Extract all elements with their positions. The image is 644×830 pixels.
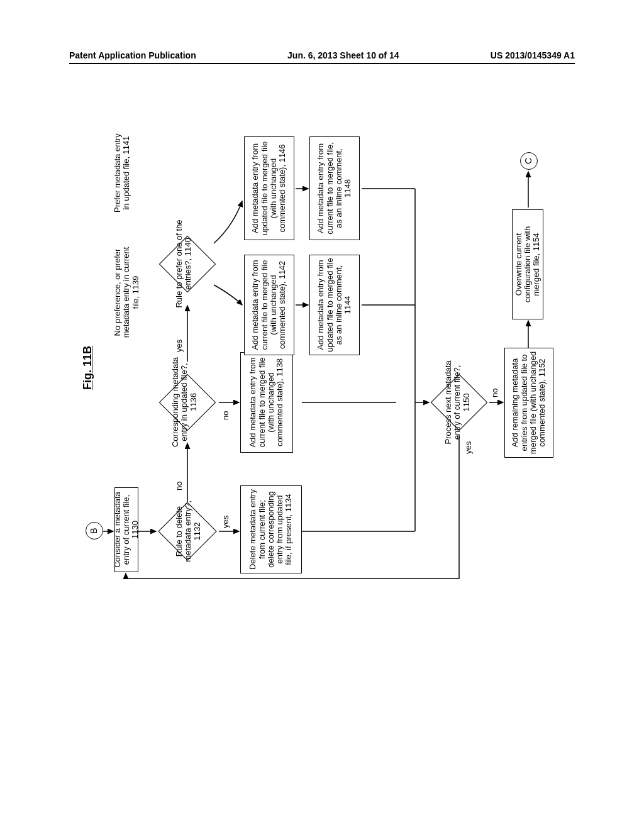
label-no-1150: no <box>491 389 499 397</box>
node-1142: Add metadata entry from current file to … <box>244 255 294 355</box>
page: Patent Application Publication Jun. 6, 2… <box>0 0 644 830</box>
node-1154: Overwrite current configuration file wit… <box>512 209 543 319</box>
node-1144: Add metadata entry from updated file to … <box>309 255 360 355</box>
node-1130: Consider a metadata entry of current fil… <box>114 487 138 572</box>
connector-c: C <box>520 152 538 170</box>
node-1141: Prefer metadata entry in updated file, 1… <box>113 132 131 214</box>
label-yes-1132: yes <box>221 516 230 528</box>
node-1140-shape <box>159 236 216 293</box>
connector-b: B <box>86 522 103 540</box>
node-1136-shape <box>159 374 216 431</box>
diagram-rotated: Fig. 11B B Consider a metadata entry of … <box>82 107 566 591</box>
label-yes-1150: yes <box>464 441 473 454</box>
label-no-1136: no <box>221 411 230 420</box>
header-right: US 2013/0145349 A1 <box>491 50 575 60</box>
diagram-area: Fig. 11B B Consider a metadata entry of … <box>82 107 566 591</box>
node-1148: Add metadata entry from current file to … <box>309 136 360 240</box>
header-left: Patent Application Publication <box>69 50 196 60</box>
label-yes-1136: yes <box>175 340 184 352</box>
page-header: Patent Application Publication Jun. 6, 2… <box>69 50 575 64</box>
node-1150-shape <box>431 374 488 431</box>
header-center: Jun. 6, 2013 Sheet 10 of 14 <box>287 50 399 60</box>
node-1138: Add metadata entry from current file to … <box>240 352 293 453</box>
label-no-1132: no <box>175 482 184 490</box>
node-1146: Add metadata entry from updated file to … <box>244 136 294 240</box>
node-1134: Delete metadata entry from current file;… <box>240 485 302 573</box>
node-1132-shape <box>158 502 216 560</box>
node-1152: Add remaining metadata entries from upda… <box>504 348 553 458</box>
figure-title: Fig. 11B <box>82 346 94 390</box>
node-1139: No preference, or prefer metadata entry … <box>113 245 140 340</box>
